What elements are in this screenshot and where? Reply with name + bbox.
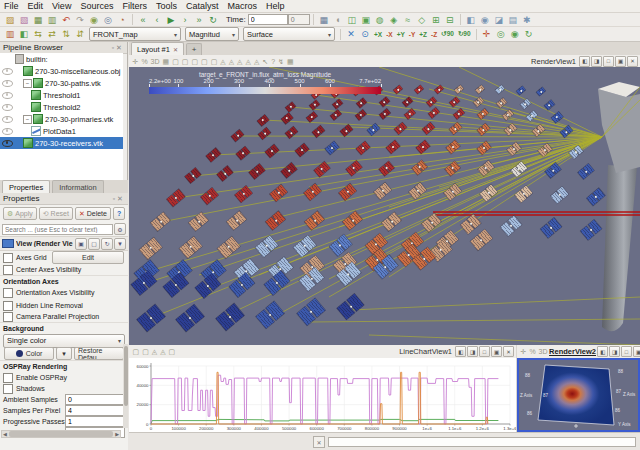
add-layout-tab-button[interactable]: + [186,43,202,55]
camera-x-button[interactable]: -X [385,28,394,40]
view-tool-17-icon[interactable]: ▦ [287,58,294,65]
colormap-combo[interactable]: FRONT_map▾ [89,27,181,41]
tab-layout-1[interactable]: Layout #1 ✕ [131,42,184,55]
chart-split-horizontal-button[interactable]: ◧ [455,346,466,357]
adjust-camera-icon[interactable]: ◪ [493,14,505,26]
rv2-tool-2-icon[interactable]: 3D [539,348,548,355]
split-view-icon[interactable]: ◧ [465,14,477,26]
open-icon[interactable]: ▨ [4,14,16,26]
preview-mode-icon[interactable]: ▤ [507,14,519,26]
camera-x-button[interactable]: +X [373,28,383,40]
rescale-data-range-icon[interactable]: ⇆ [32,28,44,40]
reset-button[interactable]: ⟲ Reset [39,207,73,220]
auto-apply-icon[interactable]: ◉ [88,14,100,26]
pipeline-item-270-30-receivers-vtk[interactable]: 270-30-receivers.vtk [0,137,123,149]
view-tool-16-icon[interactable]: ↯ [278,58,284,65]
apply-button[interactable]: ⚙ Apply [3,207,37,220]
tab-information[interactable]: Information [52,180,104,193]
glyph-icon[interactable]: ◈ [388,14,400,26]
view-tool-5-icon[interactable]: ▢ [182,58,189,65]
camera-90-button[interactable]: ↻90 [457,28,472,40]
menu-file[interactable]: File [4,1,19,11]
properties-horizontal-scrollbar[interactable]: ◀▶ [1,430,121,438]
visibility-eye-icon[interactable] [2,128,13,135]
view-tool-13-icon[interactable]: ◬ [254,58,259,65]
zoom-to-data-icon[interactable]: ⊙ [359,28,371,40]
chart-close-button[interactable]: ✕ [503,346,514,357]
pipeline-item-threshold2[interactable]: Threshold2 [0,101,123,113]
pipeline-item-threshold1[interactable]: Threshold1 [0,89,123,101]
help-button[interactable]: ? [113,207,125,220]
menu-tools[interactable]: Tools [156,1,177,11]
extract-block-icon[interactable]: ⊟ [444,14,456,26]
threshold-icon[interactable]: ▣ [360,14,372,26]
field-input-samples-per-pixel[interactable] [65,405,125,416]
slice-icon[interactable]: ◫ [346,14,358,26]
render-view-2[interactable]: 888786Z Axis888786Z AxisY Axis [517,358,640,432]
edit-color-legend-icon[interactable]: ▥ [46,14,58,26]
menu-help[interactable]: Help [266,1,285,11]
save-icon[interactable]: ▧ [18,14,30,26]
rv2-maximize-button[interactable]: □ [621,346,632,357]
camera-z-button[interactable]: +Z [418,28,428,40]
chart-popout-button[interactable]: ▣ [491,346,502,357]
reset-center-icon[interactable]: ◉ [509,28,521,40]
rescale-temporal-range-icon[interactable]: ⇵ [74,28,86,40]
view-tool-8-icon[interactable]: ▢ [211,58,218,65]
stream-tracer-icon[interactable]: ≈ [402,14,414,26]
time-input[interactable] [248,14,288,25]
visibility-eye-icon[interactable] [2,140,13,147]
link-camera-icon[interactable]: ◉ [479,14,491,26]
checkbox-axes-grid[interactable] [3,253,13,263]
view-tool-7-icon[interactable]: ▢ [201,58,208,65]
search-options-icon[interactable]: ⚙ [114,223,126,235]
camera-90-button[interactable]: ↺90 [440,28,455,40]
color-palette-icon[interactable]: ◔ [116,14,128,26]
find-data-icon[interactable]: ◎ [102,14,114,26]
warp-by-vector-icon[interactable]: ◇ [416,14,428,26]
edit-button[interactable]: Edit [52,251,124,264]
camera-z-button[interactable]: -Z [430,28,438,40]
edit-color-map-icon[interactable]: ▦ [32,14,44,26]
expander-icon[interactable]: − [23,115,32,124]
contour-icon[interactable]: ◍ [374,14,386,26]
cancel-progress-button[interactable]: ✕ [313,436,325,448]
checkbox-hidden-line-removal[interactable] [3,301,13,311]
restore-default-button[interactable]: Restore Defau [74,347,124,360]
view-tool-6-icon[interactable]: ▢ [191,58,198,65]
expander-icon[interactable]: − [23,79,32,88]
rv1-close-button[interactable]: ✕ [627,56,638,67]
menu-edit[interactable]: Edit [28,1,44,11]
reset-camera-icon[interactable]: ✕ [345,28,357,40]
next-frame-icon[interactable]: › [179,14,191,26]
show-center-axes-icon[interactable]: ✛ [481,28,493,40]
visibility-eye-icon[interactable] [2,80,13,87]
loop-icon[interactable]: ↻ [207,14,219,26]
pipeline-item-270-30-miscellaneous-obj[interactable]: 270-30-miscellaneous.obj [0,65,123,77]
menu-macros[interactable]: Macros [227,1,257,11]
rv1-split-vertical-button[interactable]: ◨ [591,56,602,67]
pipeline-item-270-30-paths-vtk[interactable]: −270-30-paths.vtk [0,77,123,89]
rescale-visible-range-icon[interactable]: ⇅ [60,28,72,40]
chart-split-vertical-button[interactable]: ◨ [467,346,478,357]
redo-icon[interactable]: ↷ [74,14,86,26]
rv1-popout-button[interactable]: ▣ [615,56,626,67]
toggle-widgets-icon[interactable]: ✱ [521,14,533,26]
calculator-icon[interactable]: ▦ [318,14,330,26]
background-type-combo[interactable]: Single color▾ [3,334,125,348]
camera-y-button[interactable]: +Y [396,28,406,40]
frame-spinner[interactable]: 0 [288,14,310,25]
visibility-eye-icon[interactable] [2,104,13,111]
previous-frame-icon[interactable]: ‹ [151,14,163,26]
representation-combo[interactable]: Surface▾ [243,27,335,41]
rv2-tool-0-icon[interactable]: ✛ [521,348,527,355]
properties-vertical-scrollbar[interactable] [123,344,128,428]
checkbox-center-axes-visibility[interactable] [3,265,13,275]
view-tool-4-icon[interactable]: ▢ [172,58,179,65]
paste-view-icon[interactable]: ▢ [88,238,100,250]
menu-filters[interactable]: Filters [122,1,147,11]
pick-center-icon[interactable]: ◎ [495,28,507,40]
field-input-progressive-passes[interactable] [65,416,125,427]
rv2-tool-1-icon[interactable]: % [529,348,535,355]
reload-view-icon[interactable]: ↻ [101,238,113,250]
